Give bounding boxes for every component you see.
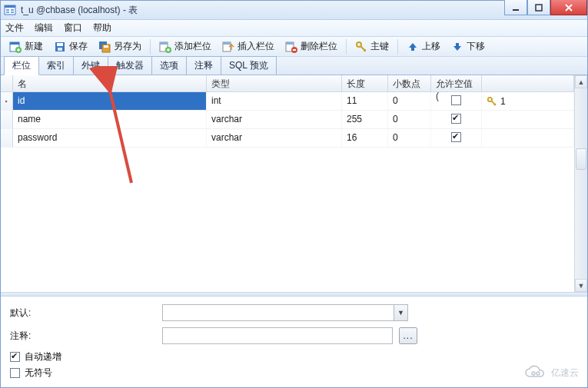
svg-rect-12 [57, 43, 63, 46]
separator [346, 39, 347, 55]
table-row[interactable]: idint1101 [1, 92, 574, 111]
cloud-icon [523, 365, 546, 380]
scroll-track[interactable] [575, 88, 587, 279]
delete-column-icon [285, 41, 297, 53]
cell-type[interactable]: varchar [207, 111, 342, 128]
cell-decimals[interactable]: 0 [388, 129, 431, 147]
cell-name[interactable]: password [13, 129, 207, 147]
close-button[interactable] [550, 0, 587, 15]
cell-type[interactable]: int [207, 92, 342, 110]
cell-allownull[interactable] [431, 92, 482, 110]
svg-rect-23 [286, 42, 294, 45]
minimize-button[interactable] [504, 0, 527, 15]
svg-rect-27 [411, 47, 414, 51]
unsigned-checkbox[interactable] [10, 368, 20, 378]
comment-input[interactable] [162, 327, 393, 344]
comment-more-button[interactable]: ... [399, 327, 417, 344]
tab-foreignkeys[interactable]: 外键 [73, 56, 108, 75]
default-label: 默认: [10, 307, 156, 320]
watermark: 亿速云 [523, 365, 579, 380]
maximize-button[interactable] [527, 0, 550, 15]
cell-key[interactable] [482, 111, 574, 128]
moveup-label: 上移 [422, 40, 440, 53]
cell-name[interactable]: id [13, 92, 207, 110]
cell-length[interactable]: 16 [342, 129, 388, 147]
app-icon [4, 4, 16, 16]
saveas-button[interactable]: 另存为 [95, 38, 145, 55]
cell-key[interactable] [482, 129, 574, 147]
new-button[interactable]: 新建 [5, 38, 47, 55]
svg-rect-4 [6, 12, 9, 13]
row-handle [1, 129, 13, 147]
movedown-button[interactable]: 下移 [447, 38, 489, 55]
new-icon [9, 41, 22, 53]
cell-key[interactable]: 1 [482, 92, 574, 110]
tab-options[interactable]: 选项 [151, 56, 187, 75]
addcol-label: 添加栏位 [174, 40, 211, 53]
svg-rect-6 [513, 9, 519, 11]
autoincrement-checkbox[interactable] [10, 352, 20, 362]
svg-rect-25 [293, 49, 296, 51]
tab-triggers[interactable]: 触发器 [108, 56, 152, 75]
svg-rect-1 [5, 5, 15, 8]
svg-rect-2 [6, 9, 9, 11]
tab-fields[interactable]: 栏位 [4, 56, 39, 75]
addcol-button[interactable]: 添加栏位 [155, 38, 215, 55]
grid-header-key[interactable] [482, 75, 574, 91]
chevron-down-icon[interactable]: ▼ [394, 305, 407, 320]
cell-decimals[interactable]: 0 [388, 111, 431, 128]
cell-length[interactable]: 255 [342, 111, 388, 128]
autoincrement-label: 自动递增 [25, 350, 61, 363]
scroll-up-button[interactable]: ▲ [575, 75, 587, 88]
delcol-button[interactable]: 删除栏位 [281, 38, 341, 55]
svg-rect-5 [11, 12, 14, 13]
insert-column-icon [222, 41, 234, 53]
menu-edit[interactable]: 编辑 [35, 22, 53, 35]
menu-file[interactable]: 文件 [5, 22, 24, 35]
insertcol-button[interactable]: 插入栏位 [218, 38, 278, 55]
menu-help[interactable]: 帮助 [93, 22, 111, 35]
svg-rect-28 [456, 43, 459, 47]
svg-rect-7 [536, 5, 542, 11]
table-row[interactable]: namevarchar2550 [1, 111, 574, 129]
grid-header-length[interactable]: 长度 [342, 75, 388, 91]
field-properties: 默认: ▼ 注释: ... 自动递增 无符号 [1, 297, 587, 387]
moveup-button[interactable]: 上移 [403, 38, 444, 55]
row-handle [1, 92, 13, 110]
default-combo[interactable]: ▼ [162, 304, 408, 321]
cell-allownull[interactable] [431, 111, 482, 128]
tab-sqlpreview[interactable]: SQL 预览 [221, 56, 277, 75]
cell-type[interactable]: varchar [207, 129, 342, 147]
scroll-thumb[interactable] [576, 148, 586, 170]
menu-window[interactable]: 窗口 [64, 22, 82, 35]
insertcol-label: 插入栏位 [238, 40, 274, 53]
svg-rect-9 [10, 42, 19, 45]
grid-header-handle [1, 75, 13, 91]
primarykey-label: 主键 [370, 40, 389, 53]
primarykey-button[interactable]: 主键 [351, 38, 393, 55]
grid-header-decimals[interactable]: 小数点 [388, 75, 431, 91]
row-handle [1, 111, 13, 128]
key-icon [487, 96, 497, 107]
allownull-checkbox[interactable] [451, 95, 461, 105]
save-button[interactable]: 保存 [50, 38, 91, 55]
scroll-down-button[interactable]: ▼ [575, 279, 587, 292]
cell-length[interactable]: 11 [342, 92, 388, 110]
fields-grid[interactable]: 名 类型 长度 小数点 允许空值 ( idint1101namevarchar2… [1, 75, 574, 292]
tab-comment[interactable]: 注释 [186, 56, 221, 75]
allownull-checkbox[interactable] [451, 132, 461, 142]
tab-indexes[interactable]: 索引 [38, 56, 74, 75]
grid-header-allownull[interactable]: 允许空值 ( [431, 75, 482, 91]
table-row[interactable]: passwordvarchar160 [1, 129, 574, 148]
cell-decimals[interactable]: 0 [388, 92, 431, 110]
cell-name[interactable]: name [13, 111, 207, 128]
allownull-checkbox[interactable] [451, 114, 461, 124]
grid-header-name[interactable]: 名 [13, 75, 207, 91]
vertical-scrollbar[interactable]: ▲ ▼ [574, 75, 587, 292]
grid-header-type[interactable]: 类型 [207, 75, 342, 91]
arrow-up-icon [407, 41, 419, 53]
cell-allownull[interactable] [431, 129, 482, 147]
add-column-icon [159, 41, 171, 53]
tabstrip: 栏位 索引 外键 触发器 选项 注释 SQL 预览 [1, 57, 587, 75]
window-controls [504, 0, 587, 15]
